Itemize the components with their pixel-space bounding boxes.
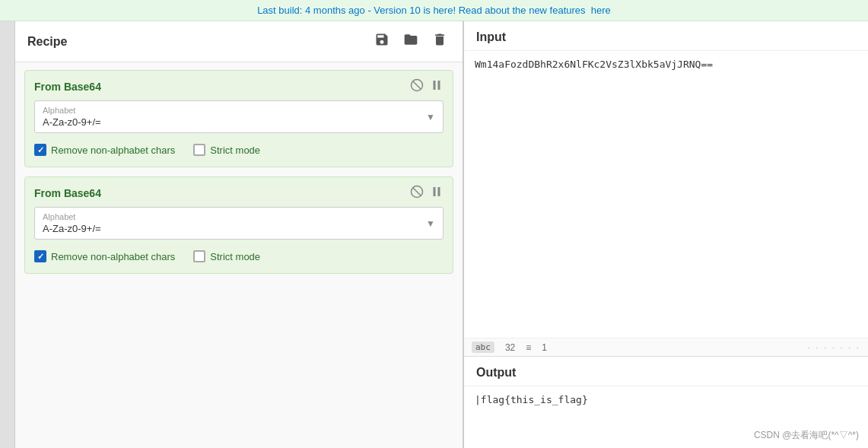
op2-alphabet-value: A-Za-z0-9+/= xyxy=(43,223,435,234)
op1-strict-label: Strict mode xyxy=(210,145,260,156)
input-section: Input Wm14aFozdDBhR2x6NlFKc2VsZ3lXbk5aVj… xyxy=(464,21,868,357)
recipe-content: From Base64 Alphabet A-Za-z0-9+/= ▼ xyxy=(15,62,463,448)
op2-alphabet-field[interactable]: Alphabet A-Za-z0-9+/= ▼ xyxy=(34,207,444,240)
resize-dots: · · · · · · · xyxy=(808,342,860,353)
op1-alphabet-label: Alphabet xyxy=(43,106,435,115)
op2-remove-checkbox[interactable]: Remove non-alphabet chars xyxy=(34,250,175,262)
op2-strict-label: Strict mode xyxy=(210,251,260,262)
op2-remove-label: Remove non-alphabet chars xyxy=(51,251,175,262)
operation-name-2: From Base64 xyxy=(34,187,101,199)
input-textarea[interactable]: Wm14aFozdDBhR2x6NlFKc2VsZ3lXbk5aVjJRNQ== xyxy=(464,51,868,338)
recipe-toolbar xyxy=(371,30,450,52)
banner-link[interactable]: here xyxy=(591,5,611,16)
char-count: 32 xyxy=(505,342,515,353)
recipe-panel: Recipe From Base64 xyxy=(15,21,464,448)
delete-button[interactable] xyxy=(429,30,450,52)
top-banner: Last build: 4 months ago - Version 10 is… xyxy=(0,0,868,21)
lines-icon: ≡ xyxy=(526,342,531,353)
right-panel: Input Wm14aFozdDBhR2x6NlFKc2VsZ3lXbk5aVj… xyxy=(464,21,868,448)
operation-header-2: From Base64 xyxy=(34,185,444,201)
svg-rect-3 xyxy=(438,81,440,90)
op1-strict-checkbox[interactable]: Strict mode xyxy=(193,144,260,156)
op2-alphabet-label: Alphabet xyxy=(43,212,435,221)
sidebar-strip xyxy=(0,21,15,448)
abc-badge: abc xyxy=(472,342,494,353)
op1-pause-button[interactable] xyxy=(430,78,444,94)
op1-remove-checkbox[interactable]: Remove non-alphabet chars xyxy=(34,144,175,156)
input-statusbar: abc 32 ≡ 1 · · · · · · · xyxy=(464,338,868,356)
save-button[interactable] xyxy=(371,30,393,52)
op1-remove-label: Remove non-alphabet chars xyxy=(51,145,175,156)
svg-rect-7 xyxy=(438,187,440,196)
output-section: Output |flag{this_is_flag} CSDN @去看海吧(*^… xyxy=(464,357,868,448)
op2-remove-checkbox-box xyxy=(34,250,46,262)
operation-card-2: From Base64 Alphabet A-Za-z0-9+/= ▼ xyxy=(24,176,453,274)
operation-actions-2 xyxy=(410,185,444,201)
output-section-header: Output xyxy=(464,357,868,386)
op1-alphabet-value: A-Za-z0-9+/= xyxy=(43,116,435,128)
svg-rect-2 xyxy=(434,81,436,90)
operation-card-1: From Base64 Alphabet A-Za-z0-9+/= ▼ xyxy=(24,70,453,167)
op1-disable-button[interactable] xyxy=(410,78,424,94)
op1-options-row: Remove non-alphabet chars Strict mode xyxy=(34,141,444,159)
op1-alphabet-field[interactable]: Alphabet A-Za-z0-9+/= ▼ xyxy=(34,100,444,133)
svg-line-1 xyxy=(413,81,421,90)
op1-remove-checkbox-box xyxy=(34,144,46,156)
input-title: Input xyxy=(476,30,506,43)
output-title: Output xyxy=(476,366,516,379)
recipe-title: Recipe xyxy=(27,35,67,49)
op2-options-row: Remove non-alphabet chars Strict mode xyxy=(34,247,444,265)
op2-pause-button[interactable] xyxy=(430,185,444,201)
svg-line-5 xyxy=(413,188,421,196)
recipe-header: Recipe xyxy=(15,21,463,62)
svg-rect-6 xyxy=(434,187,436,196)
banner-text: Last build: 4 months ago - Version 10 is… xyxy=(257,5,585,16)
operation-header-1: From Base64 xyxy=(34,78,444,94)
op1-dropdown-arrow: ▼ xyxy=(426,112,435,122)
operation-name-1: From Base64 xyxy=(34,81,101,93)
line-count: 1 xyxy=(542,342,547,353)
output-textarea[interactable]: |flag{this_is_flag} xyxy=(464,386,868,448)
op2-strict-checkbox[interactable]: Strict mode xyxy=(193,250,260,262)
open-button[interactable] xyxy=(400,30,421,52)
op2-disable-button[interactable] xyxy=(410,185,424,201)
op2-dropdown-arrow: ▼ xyxy=(426,218,435,229)
operation-actions-1 xyxy=(410,78,444,94)
op1-strict-checkbox-box xyxy=(193,144,205,156)
input-section-header: Input xyxy=(464,21,868,51)
op2-strict-checkbox-box xyxy=(193,250,205,262)
